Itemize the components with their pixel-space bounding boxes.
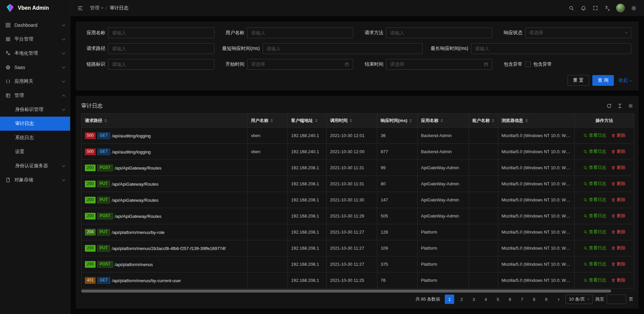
menu-fold-icon[interactable] bbox=[75, 3, 85, 13]
column-height-icon[interactable] bbox=[617, 103, 623, 109]
delete-button[interactable]: 删除 bbox=[611, 245, 626, 251]
fullscreen-icon[interactable] bbox=[590, 3, 600, 13]
response-status-select[interactable]: 请选择 bbox=[525, 27, 632, 38]
breadcrumb-item-current: 审计日志 bbox=[110, 5, 128, 11]
column-header-2[interactable]: 客户端地址 bbox=[288, 114, 327, 128]
notification-icon[interactable] bbox=[578, 3, 588, 13]
sidebar-item-object-storage[interactable]: 对象存储 bbox=[0, 173, 70, 187]
page-button-2[interactable]: 2 bbox=[457, 295, 466, 304]
status-badge: 401 bbox=[85, 277, 96, 284]
horizontal-scrollbar[interactable] bbox=[81, 290, 633, 293]
sidebar-item-app-gateway[interactable]: 应用网关 bbox=[0, 74, 70, 88]
trace-id-input[interactable] bbox=[108, 59, 214, 70]
page-button-4[interactable]: 4 bbox=[481, 295, 490, 304]
page-size-select[interactable]: 10 条/页 bbox=[566, 295, 593, 304]
view-log-button[interactable]: 查看日志 bbox=[583, 229, 606, 235]
page-button-9[interactable]: 9 bbox=[541, 295, 551, 304]
column-header-0[interactable]: 请求路径 bbox=[82, 114, 248, 128]
page-button-8[interactable]: 8 bbox=[529, 295, 539, 304]
reset-button[interactable]: 重 置 bbox=[568, 75, 589, 86]
view-log-button[interactable]: 查看日志 bbox=[583, 245, 606, 251]
cell-call-time: 2021-10-30 11:29 bbox=[327, 208, 377, 224]
page-button-5[interactable]: 5 bbox=[493, 295, 502, 304]
sort-buttons[interactable] bbox=[525, 119, 528, 122]
sort-buttons[interactable] bbox=[440, 119, 443, 122]
request-path-input[interactable] bbox=[108, 43, 214, 54]
column-header-1[interactable]: 用户名称 bbox=[248, 114, 288, 128]
column-header-6[interactable]: 租户名称 bbox=[469, 114, 498, 128]
delete-button[interactable]: 删除 bbox=[611, 165, 626, 171]
page-button-6[interactable]: 6 bbox=[505, 295, 515, 304]
method-badge: PUT bbox=[97, 181, 110, 187]
magnifier-icon bbox=[583, 278, 588, 282]
sort-buttons[interactable] bbox=[270, 119, 273, 122]
has-exception-checkbox[interactable] bbox=[525, 62, 531, 67]
min-response-time-input[interactable] bbox=[263, 43, 423, 54]
collapse-button[interactable]: 收起 bbox=[619, 77, 631, 83]
cell-actions: 查看日志删除 bbox=[575, 224, 634, 240]
sidebar-item-platform-management[interactable]: 平台管理 bbox=[0, 32, 70, 46]
delete-button[interactable]: 删除 bbox=[611, 132, 626, 138]
view-log-button[interactable]: 查看日志 bbox=[583, 132, 606, 138]
view-log-button[interactable]: 查看日志 bbox=[583, 181, 606, 187]
sort-buttons[interactable] bbox=[104, 119, 107, 122]
magnifier-icon bbox=[583, 262, 588, 266]
delete-button[interactable]: 删除 bbox=[611, 213, 626, 219]
next-page-button[interactable] bbox=[553, 295, 563, 304]
table-settings-icon[interactable] bbox=[628, 103, 633, 109]
sort-buttons[interactable] bbox=[350, 119, 352, 122]
column-header-3[interactable]: 调用时间 bbox=[327, 114, 377, 128]
sort-buttons[interactable] bbox=[315, 119, 318, 122]
logo[interactable]: Vben Admin bbox=[0, 0, 70, 16]
sidebar-item-management[interactable]: 管理 bbox=[0, 88, 70, 103]
scrollbar-thumb[interactable] bbox=[81, 290, 611, 293]
delete-button[interactable]: 删除 bbox=[611, 229, 626, 235]
sidebar-item-settings[interactable]: 设置 bbox=[0, 145, 70, 159]
column-header-7[interactable]: 浏览器信息 bbox=[498, 114, 575, 128]
settings-icon[interactable] bbox=[629, 3, 639, 13]
cell-user-name bbox=[248, 256, 288, 272]
delete-button[interactable]: 删除 bbox=[611, 277, 626, 283]
column-header-4[interactable]: 响应时间(ms) bbox=[377, 114, 418, 128]
refresh-icon[interactable] bbox=[606, 103, 612, 109]
end-time-datepicker[interactable]: 请选择 bbox=[386, 59, 492, 70]
sidebar-item-identity-management[interactable]: 身份标识管理 bbox=[0, 103, 70, 117]
avatar[interactable] bbox=[616, 4, 625, 12]
filter-grid: 应用名称用户名称请求方法响应状态请选择请求路径最短响应时间(ms)最长响应时间(… bbox=[79, 27, 635, 70]
field-label: 用户名称 bbox=[222, 30, 245, 36]
dashboard-icon bbox=[5, 22, 11, 28]
breadcrumb-item-manage[interactable]: 管理 bbox=[90, 5, 103, 11]
page-button-3[interactable]: 3 bbox=[469, 295, 478, 304]
start-time-datepicker[interactable]: 请选择 bbox=[247, 59, 354, 70]
delete-button[interactable]: 删除 bbox=[611, 148, 626, 154]
delete-button[interactable]: 删除 bbox=[611, 197, 626, 203]
max-response-time-input[interactable] bbox=[471, 43, 631, 54]
search-icon[interactable] bbox=[566, 3, 576, 13]
user-name-input[interactable] bbox=[247, 27, 354, 38]
column-header-5[interactable]: 应用名称 bbox=[418, 114, 469, 128]
sidebar-item-audit-log[interactable]: 审计日志 bbox=[0, 117, 70, 131]
view-log-button[interactable]: 查看日志 bbox=[583, 148, 606, 154]
delete-button[interactable]: 删除 bbox=[611, 181, 626, 187]
sidebar-item-system-log[interactable]: 系统日志 bbox=[0, 131, 70, 145]
view-log-button[interactable]: 查看日志 bbox=[583, 213, 606, 219]
delete-button[interactable]: 删除 bbox=[611, 261, 626, 267]
trash-icon bbox=[611, 230, 615, 234]
language-icon[interactable]: 文A bbox=[602, 3, 612, 13]
view-log-button[interactable]: 查看日志 bbox=[583, 277, 606, 283]
sidebar-item-localization-management[interactable]: 本地化管理 bbox=[0, 46, 70, 60]
view-log-button[interactable]: 查看日志 bbox=[583, 165, 606, 171]
sidebar-item-dashboard[interactable]: Dashboard bbox=[0, 18, 70, 32]
request-method-input[interactable] bbox=[386, 27, 492, 38]
sidebar-item-saas[interactable]: Saas bbox=[0, 60, 70, 74]
search-button[interactable]: 查 询 bbox=[592, 75, 614, 86]
view-log-button[interactable]: 查看日志 bbox=[583, 261, 606, 267]
view-log-button[interactable]: 查看日志 bbox=[583, 197, 606, 203]
jump-page-input[interactable] bbox=[607, 295, 626, 304]
sort-buttons[interactable] bbox=[409, 119, 412, 122]
app-name-input[interactable] bbox=[108, 27, 214, 38]
sidebar-item-auth-server[interactable]: 身份认证服务器 bbox=[0, 159, 70, 173]
page-button-1[interactable]: 1 bbox=[445, 295, 454, 304]
sort-buttons[interactable] bbox=[492, 119, 494, 122]
page-button-7[interactable]: 7 bbox=[517, 295, 527, 304]
